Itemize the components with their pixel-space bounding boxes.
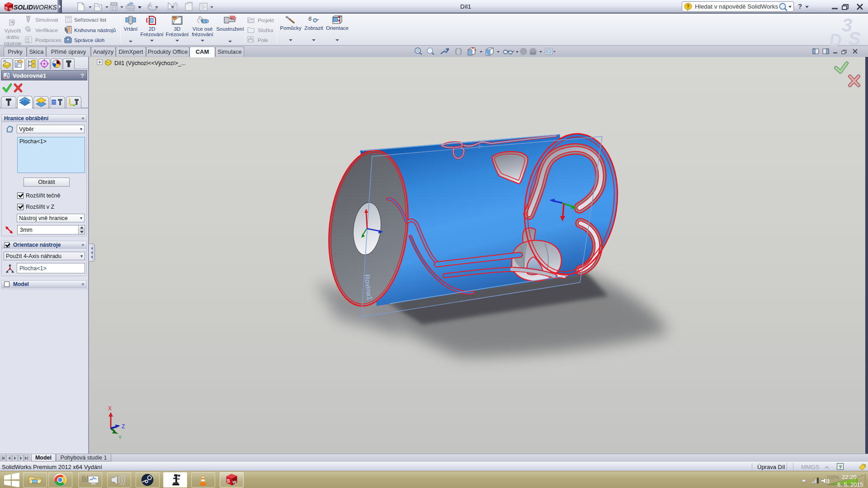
svg-text:S: S — [5, 6, 8, 10]
svg-text:G1: G1 — [26, 38, 29, 40]
svg-text:S: S — [227, 479, 230, 483]
svg-text:S: S — [848, 28, 861, 47]
svg-text:W: W — [9, 7, 13, 11]
svg-text:G3: G3 — [26, 40, 29, 43]
svg-text:Y: Y — [118, 435, 122, 440]
svg-text:?: ? — [687, 4, 690, 9]
svg-text:100%: 100% — [826, 474, 839, 480]
svg-text:D: D — [829, 31, 841, 47]
svg-text:W: W — [232, 479, 236, 484]
svg-text:X: X — [108, 405, 112, 412]
svg-text:Díl1 (Výchozí<<Výchozí>_...: Díl1 (Výchozí<<Výchozí>_... — [114, 60, 186, 66]
svg-text:6: 6 — [308, 15, 312, 22]
svg-text:Z: Z — [122, 423, 125, 430]
